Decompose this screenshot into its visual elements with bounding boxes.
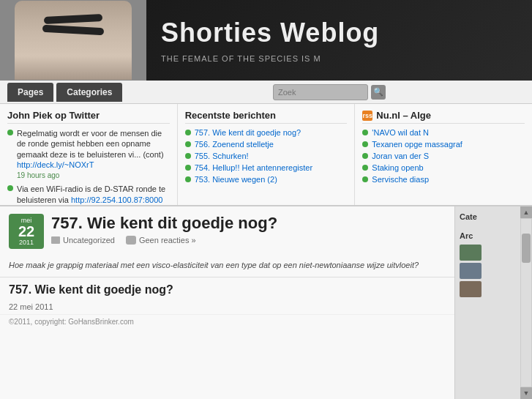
post-title: 757. Wie kent dit goedje nog?: [51, 214, 446, 233]
post-footer: ©2011, copyright: GoHansBrinker.com: [0, 314, 454, 329]
dot-icon-r4: [185, 165, 191, 171]
recent-link-4[interactable]: 754. Hellup!! Het antenneregister: [195, 163, 312, 172]
search-button[interactable]: 🔍: [371, 85, 386, 100]
comment-bubble-icon: [126, 236, 136, 245]
main-area: mei 22 2011 757. Wie kent dit goedje nog…: [0, 206, 532, 399]
recent-link-2[interactable]: 756. Zoenend stelletje: [195, 140, 274, 149]
nu-item-1: 'NAVO wil dat N: [362, 128, 525, 137]
header-title-area: Shorties Weblog THE FEMALE OF THE SPECIE…: [146, 0, 532, 81]
post-date-bottom: 22 mei 2011: [0, 299, 454, 314]
search-input[interactable]: [273, 84, 368, 100]
scroll-up-arrow[interactable]: ▲: [520, 206, 532, 218]
tweet-text-2: Via een WiFi-radio is de D-STAR ronde te…: [17, 184, 170, 205]
dot-icon-r3: [185, 153, 191, 159]
scroll-thumb[interactable]: [522, 234, 531, 263]
post-meta: Uncategorized Geen reacties »: [51, 236, 446, 245]
dot-icon-n3: [362, 153, 368, 159]
tweet-link-2a[interactable]: http://92.254.100.87:8000: [71, 195, 162, 204]
tab-categories[interactable]: Categories: [56, 83, 122, 102]
nu-link-2[interactable]: Texanen opge massagraf: [372, 140, 462, 149]
dot-icon-r2: [185, 141, 191, 147]
tweet-item: Regelmatig wordt er voor de mensen die d…: [7, 128, 170, 180]
twitter-column: John Piek op Twitter Regelmatig wordt er…: [0, 104, 178, 205]
nu-title-text: Nu.nl – Alge: [376, 110, 431, 121]
scroll-down-arrow[interactable]: ▼: [520, 387, 532, 399]
dot-icon-n4: [362, 165, 368, 171]
site-tagline: THE FEMALE OF THE SPECIES IS M: [161, 54, 517, 63]
recent-item-2: 756. Zoenend stelletje: [185, 140, 348, 149]
nav-bar: Pages Categories 🔍: [0, 81, 532, 104]
rss-icon: rss: [362, 111, 372, 121]
recent-posts-column: Recentste berichten 757. Wie kent dit go…: [178, 104, 356, 205]
nu-item-4: Staking openb: [362, 163, 525, 172]
tweet-item-2: Via een WiFi-radio is de D-STAR ronde te…: [7, 184, 170, 205]
scrollbar[interactable]: ▲ ▼: [520, 206, 532, 399]
recent-posts-title: Recentste berichten: [185, 110, 348, 124]
dot-icon-n1: [362, 130, 368, 135]
archive-item-3: [460, 281, 516, 297]
nu-item-2: Texanen opge massagraf: [362, 140, 525, 149]
dot-icon-r1: [185, 130, 191, 135]
sidebar-archive-title: Arc: [460, 231, 516, 240]
nu-link-3[interactable]: Joran van der S: [372, 152, 429, 160]
dot-icon-r5: [185, 176, 191, 182]
nu-link-1[interactable]: 'NAVO wil dat N: [372, 128, 429, 137]
green-dot-icon: [7, 130, 13, 135]
sidebar-categories-title: Cate: [460, 212, 516, 221]
recent-link-5[interactable]: 753. Nieuwe wegen (2): [195, 175, 277, 184]
archive-item-1: [460, 245, 516, 261]
site-header: Shorties Weblog THE FEMALE OF THE SPECIE…: [0, 0, 532, 81]
post-date-day: 22: [18, 224, 34, 239]
recent-item-3: 755. Schurken!: [185, 152, 348, 160]
nu-link-4[interactable]: Staking openb: [372, 163, 423, 172]
twitter-column-title: John Piek op Twitter: [7, 110, 170, 124]
archive-thumb-1: [460, 245, 482, 261]
post-date-box: mei 22 2011: [9, 214, 44, 249]
post-body-title: 757. Wie kent dit goedje nog?: [0, 277, 454, 299]
tweet-link[interactable]: http://deck.ly/~NOXrT: [17, 160, 94, 169]
site-title: Shorties Weblog: [161, 18, 517, 48]
nu-column-title: rss Nu.nl – Alge: [362, 110, 525, 124]
post-category-label: Uncategorized: [63, 236, 115, 245]
tweet-time: 19 hours ago: [17, 171, 59, 179]
recent-link-1[interactable]: 757. Wie kent dit goedje nog?: [195, 128, 301, 137]
recent-link-3[interactable]: 755. Schurken!: [195, 152, 249, 160]
tweet-text: Regelmatig wordt er voor de mensen die d…: [17, 128, 170, 180]
archive-thumb-3: [460, 281, 482, 297]
post-date-year: 2011: [19, 239, 34, 246]
green-dot-icon-2: [7, 185, 13, 191]
author-photo: [15, 1, 132, 80]
archive-thumb-2: [460, 263, 482, 279]
dot-icon-n5: [362, 176, 368, 182]
recent-item-4: 754. Hellup!! Het antenneregister: [185, 163, 348, 172]
nu-column: rss Nu.nl – Alge 'NAVO wil dat N Texanen…: [355, 104, 532, 205]
category-icon: [51, 236, 60, 244]
post-comments: Geen reacties »: [126, 236, 196, 245]
scroll-track[interactable]: [521, 219, 531, 387]
post-excerpt: Hoe maak je grappig materiaal met een vi…: [0, 256, 454, 277]
main-content: mei 22 2011 757. Wie kent dit goedje nog…: [0, 206, 454, 399]
dot-icon-n2: [362, 141, 368, 147]
post-comments-label: Geen reacties »: [139, 236, 196, 245]
search-area: 🔍: [273, 84, 386, 100]
recent-item-1: 757. Wie kent dit goedje nog?: [185, 128, 348, 137]
nu-item-5: Servische diasp: [362, 175, 525, 184]
post-title-area: 757. Wie kent dit goedje nog? Uncategori…: [51, 214, 446, 249]
post-category: Uncategorized: [51, 236, 115, 245]
recent-item-5: 753. Nieuwe wegen (2): [185, 175, 348, 184]
nu-link-5[interactable]: Servische diasp: [372, 175, 429, 184]
nu-item-3: Joran van der S: [362, 152, 525, 160]
post-header: mei 22 2011 757. Wie kent dit goedje nog…: [0, 206, 454, 256]
columns-area: John Piek op Twitter Regelmatig wordt er…: [0, 104, 532, 206]
sidebar-right: Cate Arc: [454, 206, 520, 399]
header-photo: [0, 0, 146, 81]
tab-pages[interactable]: Pages: [7, 83, 53, 102]
archive-item-2: [460, 263, 516, 279]
page-wrapper: Shorties Weblog THE FEMALE OF THE SPECIE…: [0, 0, 532, 399]
